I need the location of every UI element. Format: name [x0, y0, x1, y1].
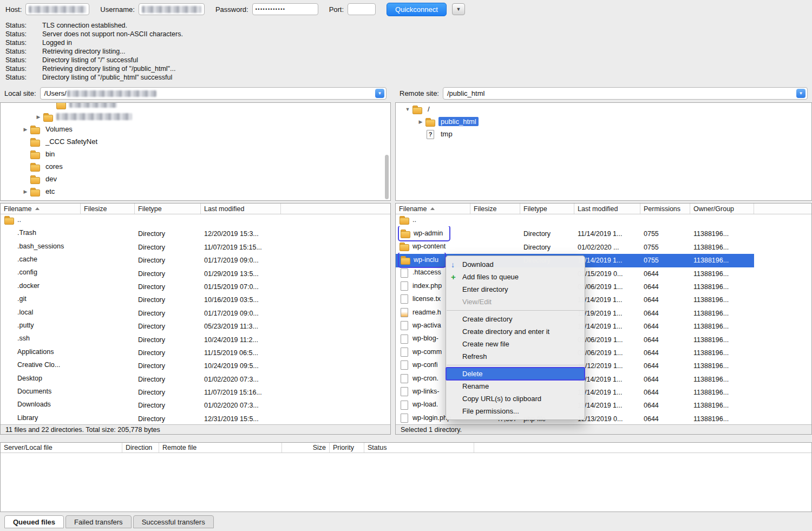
context-menu-item[interactable]: Create directory and enter it	[446, 325, 585, 338]
column-header-filetype[interactable]: Filetype	[135, 204, 201, 214]
tab[interactable]: Successful transfers	[133, 515, 214, 528]
quickconnect-button[interactable]: Quickconnect	[387, 3, 447, 16]
column-header-priority[interactable]: Priority	[330, 443, 364, 453]
port-label: Port:	[329, 5, 344, 14]
port-input[interactable]	[348, 3, 376, 15]
column-header-filename[interactable]: Filename	[1, 204, 81, 214]
file-name: readme.h	[412, 306, 441, 319]
file-row[interactable]: Desktop Directory 01/02/2020 07:3...	[1, 373, 390, 386]
tri-right-icon[interactable]	[21, 189, 30, 194]
file-row[interactable]: Downloads Directory 01/02/2020 07:3...	[1, 399, 390, 412]
file-name: Desktop	[17, 372, 42, 385]
file-icon	[399, 374, 410, 383]
status-log-line: Status: Retrieving directory listing...	[5, 47, 807, 56]
column-header-last-modified[interactable]: Last modified	[574, 204, 640, 214]
file-row[interactable]: wp-content Directory 01/02/2020 ... 0755…	[396, 241, 754, 254]
file-row[interactable]: .config Directory 01/29/2019 13:5...	[1, 267, 390, 280]
context-menu-item[interactable]: Create directory	[446, 313, 585, 325]
file-row[interactable]: Documents Directory 11/07/2019 15:16...	[1, 386, 390, 399]
tree-item[interactable]: /	[396, 103, 811, 115]
tree-item[interactable]: tmp	[396, 128, 811, 140]
context-menu-item[interactable]: File permissions...	[446, 405, 585, 417]
file-row[interactable]: ..	[396, 214, 754, 227]
file-type: Directory	[135, 320, 201, 333]
annotation-target: wp-comm	[399, 345, 442, 358]
column-header-permissions[interactable]: Permissions	[640, 204, 690, 214]
remote-directory-tree[interactable]: / public_html tmp	[395, 102, 812, 201]
file-permissions: 0644	[640, 333, 690, 346]
column-header-owner-group[interactable]: Owner/Group	[690, 204, 754, 214]
column-header-filesize[interactable]: Filesize	[470, 204, 520, 214]
file-row[interactable]: wp-admin Directory 11/14/2019 1... 0755 …	[396, 227, 754, 240]
file-row[interactable]: Creative Clo... Directory 10/24/2019 09:…	[1, 359, 390, 372]
tree-item[interactable]: cores	[1, 160, 390, 173]
tree-item[interactable]: public_html	[396, 115, 811, 128]
annotation-target: wp-confi	[399, 358, 438, 371]
column-header-filesize[interactable]: Filesize	[81, 204, 135, 214]
tri-right-icon[interactable]	[21, 127, 30, 132]
local-path-dropdown[interactable]: /Users/ ▼	[40, 87, 387, 100]
context-menu-item[interactable]: Rename	[446, 380, 585, 392]
file-row[interactable]: Library Directory 12/31/2019 15:5...	[1, 412, 390, 424]
file-row[interactable]: .docker Directory 01/15/2019 07:0...	[1, 280, 390, 293]
file-row[interactable]: .local Directory 01/17/2019 09:0...	[1, 307, 390, 320]
column-header-server-local-file[interactable]: Server/Local file	[1, 443, 122, 453]
menu-item-label: Create directory and enter it	[462, 327, 549, 336]
file-row[interactable]: .Trash Directory 12/20/2019 15:3...	[1, 227, 390, 240]
context-menu-item[interactable]: Enter directory	[446, 283, 585, 296]
column-header-filetype[interactable]: Filetype	[520, 204, 574, 214]
chevron-down-icon[interactable]: ▼	[796, 89, 806, 98]
context-menu-item[interactable]: Add files to queue	[446, 271, 585, 283]
file-row[interactable]: .bash_sessions Directory 11/07/2019 15:1…	[1, 241, 390, 254]
file-permissions: 0644	[640, 373, 690, 386]
tab[interactable]: Failed transfers	[66, 515, 132, 528]
context-menu-item[interactable]: Refresh	[446, 350, 585, 363]
remote-path-dropdown[interactable]: /public_html ▼	[443, 87, 808, 100]
file-row[interactable]: .git Directory 10/16/2019 03:5...	[1, 293, 390, 306]
file-row[interactable]: .putty Directory 05/23/2019 11:3...	[1, 320, 390, 333]
tree-item-label: public_html	[438, 117, 479, 126]
status-message: TLS connection established.	[42, 21, 127, 30]
tree-item[interactable]: bin	[1, 148, 390, 160]
column-header-filename[interactable]: Filename	[396, 204, 470, 214]
column-header-size[interactable]: Size	[282, 443, 330, 453]
column-header-direction[interactable]: Direction	[122, 443, 159, 453]
remote-pane: Remote site: /public_html ▼ /	[395, 83, 812, 201]
context-menu-item[interactable]: Copy URL(s) to clipboard	[446, 392, 585, 405]
context-menu-item[interactable]: Delete	[446, 368, 585, 380]
chevron-down-icon[interactable]: ▼	[375, 89, 384, 98]
tree-item[interactable]	[1, 110, 390, 123]
file-row[interactable]: ..	[1, 214, 390, 227]
tri-right-icon[interactable]	[34, 114, 43, 120]
local-directory-tree[interactable]: Volumes _CCC SafetyNet bin co	[0, 102, 391, 201]
tree-item[interactable]: Volumes	[1, 123, 390, 135]
column-header-remote-file[interactable]: Remote file	[159, 443, 282, 453]
host-input[interactable]	[25, 3, 89, 15]
context-menu-item[interactable]	[446, 308, 585, 313]
column-header-status[interactable]: Status	[364, 443, 474, 453]
file-row[interactable]: .cache Directory 01/17/2019 09:0...	[1, 254, 390, 267]
tree-item[interactable]: etc	[1, 185, 390, 198]
context-menu-item[interactable]: Download	[446, 258, 585, 271]
context-menu-item[interactable]: View/Edit	[446, 296, 585, 308]
tri-down-icon[interactable]	[403, 107, 412, 112]
tri-right-icon[interactable]	[416, 119, 425, 124]
file-type: Directory	[135, 333, 201, 346]
folder-icon	[30, 175, 41, 183]
file-row[interactable]: Applications Directory 11/15/2019 06:5..…	[1, 346, 390, 359]
column-header-last-modified[interactable]: Last modified	[201, 204, 281, 214]
tree-item[interactable]: _CCC SafetyNet	[1, 135, 390, 148]
folder-icon	[4, 215, 15, 224]
username-input[interactable]	[139, 3, 205, 15]
tree-item[interactable]	[1, 102, 390, 110]
context-menu-item[interactable]: Create new file	[446, 338, 585, 350]
tab[interactable]: Queued files	[4, 515, 64, 528]
scrollbar-thumb[interactable]	[385, 155, 389, 199]
password-input[interactable]: ••••••••••••	[252, 3, 318, 15]
quickconnect-dropdown-button[interactable]: ▼	[452, 3, 465, 15]
file-owner-group: 11388196...	[690, 346, 754, 359]
annotation-target: wp-blog-	[399, 332, 438, 345]
tree-item[interactable]: dev	[1, 173, 390, 185]
file-row[interactable]: .ssh Directory 10/24/2019 11:2...	[1, 333, 390, 346]
context-menu-item[interactable]	[446, 363, 585, 368]
